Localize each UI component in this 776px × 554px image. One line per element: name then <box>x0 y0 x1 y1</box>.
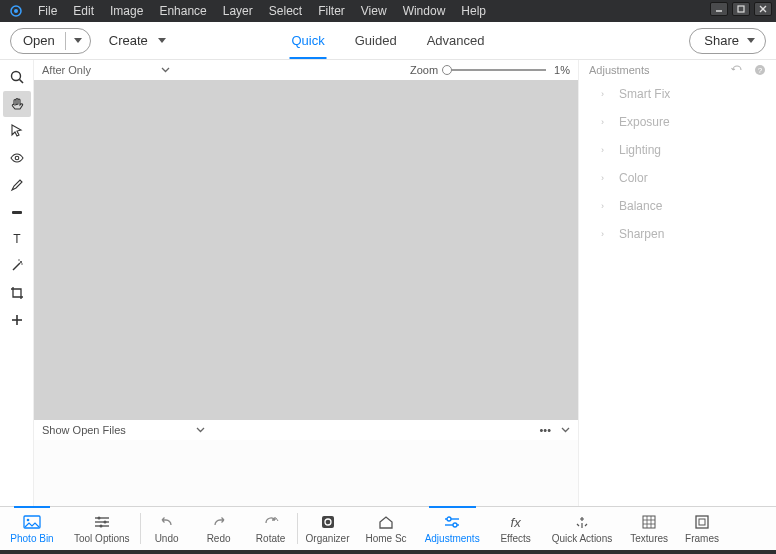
zoom-tool[interactable] <box>3 64 31 90</box>
bb-quick-actions[interactable]: Quick Actions <box>542 507 623 550</box>
adjustment-color[interactable]: ›Color <box>579 164 776 192</box>
share-button[interactable]: Share <box>689 28 766 54</box>
sparkle-icon <box>574 513 590 531</box>
svg-point-1 <box>14 9 18 13</box>
create-button[interactable]: Create <box>109 33 166 48</box>
svg-rect-34 <box>696 516 708 528</box>
menu-image[interactable]: Image <box>102 4 151 18</box>
menu-help[interactable]: Help <box>453 4 494 18</box>
zoom-slider[interactable] <box>446 69 546 71</box>
open-files-label[interactable]: Show Open Files <box>42 424 126 436</box>
add-tool[interactable] <box>3 307 31 333</box>
svg-point-14 <box>21 263 22 264</box>
panel-header: Adjustments ? <box>579 60 776 80</box>
bb-frames[interactable]: Frames <box>676 507 728 550</box>
adjustment-lighting[interactable]: ›Lighting <box>579 136 776 164</box>
top-toolbar: Open Create Quick Guided Advanced Share <box>0 22 776 60</box>
create-label: Create <box>109 33 148 48</box>
adjustment-exposure[interactable]: ›Exposure <box>579 108 776 136</box>
undo-icon <box>159 513 175 531</box>
app-logo-icon <box>8 3 24 19</box>
bb-tool-options[interactable]: Tool Options <box>64 507 140 550</box>
maximize-button[interactable] <box>732 2 750 16</box>
tool-strip: T <box>0 60 34 506</box>
bottom-bar: Photo Bin Tool Options Undo Redo Rotate … <box>0 506 776 550</box>
menu-edit[interactable]: Edit <box>65 4 102 18</box>
adjustment-smart-fix[interactable]: ›Smart Fix <box>579 80 776 108</box>
adjustments-panel: Adjustments ? ›Smart Fix ›Exposure ›Ligh… <box>578 60 776 506</box>
zoom-label: Zoom <box>410 64 438 76</box>
organizer-icon <box>320 513 336 531</box>
close-button[interactable] <box>754 2 772 16</box>
svg-point-13 <box>18 259 19 260</box>
adjustment-balance[interactable]: ›Balance <box>579 192 776 220</box>
bb-effects[interactable]: fx Effects <box>490 507 542 550</box>
svg-text:?: ? <box>758 66 763 75</box>
bb-adjustments[interactable]: Adjustments <box>415 507 490 550</box>
chevron-down-icon[interactable] <box>561 427 570 433</box>
bb-home[interactable]: Home Sc <box>358 507 415 550</box>
panel-title: Adjustments <box>589 64 650 76</box>
hand-tool[interactable] <box>3 91 31 117</box>
menu-layer[interactable]: Layer <box>215 4 261 18</box>
canvas[interactable] <box>34 80 578 420</box>
open-files-bar: Show Open Files ••• <box>34 420 578 440</box>
svg-text:T: T <box>13 232 21 246</box>
menu-window[interactable]: Window <box>395 4 454 18</box>
select-tool[interactable] <box>3 118 31 144</box>
chevron-down-icon[interactable] <box>196 427 205 433</box>
crop-tool[interactable] <box>3 280 31 306</box>
adjustment-sharpen[interactable]: ›Sharpen <box>579 220 776 248</box>
reset-icon[interactable] <box>730 65 748 75</box>
rotate-icon <box>262 513 280 531</box>
svg-rect-9 <box>12 211 22 214</box>
chevron-right-icon: › <box>601 117 609 127</box>
redo-icon <box>211 513 227 531</box>
wand-tool[interactable] <box>3 253 31 279</box>
bb-textures[interactable]: Textures <box>622 507 676 550</box>
heal-tool[interactable] <box>3 199 31 225</box>
view-mode-dropdown[interactable]: After Only <box>42 64 170 76</box>
frame-icon <box>695 513 709 531</box>
open-button[interactable]: Open <box>10 28 91 54</box>
more-icon[interactable]: ••• <box>539 424 551 436</box>
menu-select[interactable]: Select <box>261 4 310 18</box>
filmstrip <box>34 440 578 506</box>
bb-rotate[interactable]: Rotate <box>245 507 297 550</box>
help-icon[interactable]: ? <box>754 64 766 76</box>
mode-tabs: Quick Guided Advanced <box>290 23 487 59</box>
view-mode-label: After Only <box>42 64 91 76</box>
minimize-button[interactable] <box>710 2 728 16</box>
text-tool[interactable]: T <box>3 226 31 252</box>
open-separator <box>65 32 66 50</box>
svg-point-26 <box>99 525 102 528</box>
menu-view[interactable]: View <box>353 4 395 18</box>
bb-photo-bin[interactable]: Photo Bin <box>0 507 64 550</box>
chevron-down-icon <box>747 38 755 43</box>
tab-guided[interactable]: Guided <box>353 23 399 59</box>
chevron-right-icon: › <box>601 201 609 211</box>
menu-file[interactable]: File <box>30 4 65 18</box>
menu-filter[interactable]: Filter <box>310 4 353 18</box>
chevron-down-icon <box>158 38 166 43</box>
svg-rect-35 <box>699 519 705 525</box>
menu-enhance[interactable]: Enhance <box>151 4 214 18</box>
bb-redo[interactable]: Redo <box>193 507 245 550</box>
chevron-right-icon: › <box>601 145 609 155</box>
bb-undo[interactable]: Undo <box>141 507 193 550</box>
fx-icon: fx <box>511 513 521 531</box>
eye-tool[interactable] <box>3 145 31 171</box>
bb-organizer[interactable]: Organizer <box>298 507 358 550</box>
tab-quick[interactable]: Quick <box>290 23 327 59</box>
tab-advanced[interactable]: Advanced <box>425 23 487 59</box>
svg-point-12 <box>20 261 22 263</box>
open-label: Open <box>23 33 55 48</box>
workspace: After Only Zoom 1% Show Open Files ••• <box>34 60 578 506</box>
brush-tool[interactable] <box>3 172 31 198</box>
chevron-right-icon: › <box>601 229 609 239</box>
zoom-thumb[interactable] <box>442 65 452 75</box>
zoom-value: 1% <box>554 64 570 76</box>
svg-point-6 <box>11 72 20 81</box>
zoom-control: Zoom 1% <box>410 64 570 76</box>
svg-line-11 <box>13 263 20 270</box>
